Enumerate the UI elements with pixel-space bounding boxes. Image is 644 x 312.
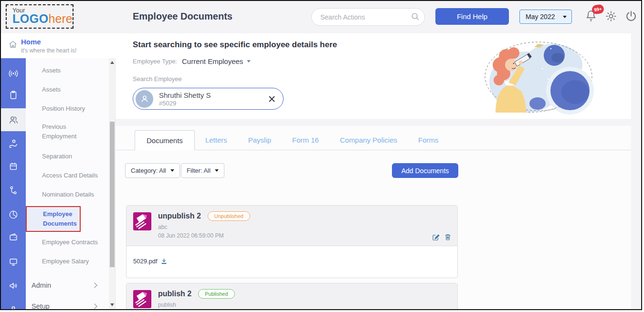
stargazer-illustration <box>481 35 602 117</box>
home-icon <box>8 39 18 50</box>
rail-wallet-icon[interactable] <box>1 226 26 249</box>
search-employee-label: Search Employee <box>133 75 182 83</box>
page-title: Employee Documents <box>133 11 232 22</box>
employee-search-panel: Start searching to see specific employee… <box>116 33 631 119</box>
employee-type-value: Current Employees <box>182 57 243 65</box>
remove-employee-close-icon[interactable] <box>268 95 275 103</box>
attached-file-link[interactable]: 5029.pdf <box>133 258 168 265</box>
chevron-down-icon <box>215 169 219 172</box>
add-documents-button[interactable]: Add Documents <box>392 163 458 178</box>
app-window: Your LOGOhere Employee Documents Find He… <box>0 0 642 310</box>
sidebar-scrollbar[interactable] <box>109 58 115 309</box>
scroll-up-arrow-icon[interactable] <box>110 61 114 64</box>
rail-calendar-icon[interactable] <box>1 155 26 178</box>
icon-rail <box>1 58 26 309</box>
filter-value: Filter: All <box>187 167 211 174</box>
document-description: publish <box>158 302 451 308</box>
rail-person-icon[interactable] <box>1 298 26 310</box>
chevron-right-icon <box>92 303 97 309</box>
employee-type-dropdown[interactable]: Current Employees <box>182 57 251 65</box>
home-subtitle: it's where the heart is! <box>21 47 76 54</box>
chevron-down-icon <box>563 16 567 18</box>
scrollbar-thumb[interactable] <box>110 122 115 267</box>
sidebar-group-admin[interactable]: Admin <box>26 281 110 289</box>
document-card-header: unpublish 2 Unpublished abc 08 Jun 2022 … <box>127 206 457 246</box>
sidebar-item-employee-contracts[interactable]: Employee Contracts <box>26 238 108 247</box>
category-filter-dropdown[interactable]: Category: All <box>125 163 180 178</box>
tab-form-16[interactable]: Form 16 <box>282 130 329 150</box>
document-title: unpublish 2 <box>158 212 201 220</box>
document-thumbnail-icon <box>133 212 151 230</box>
document-description: abc <box>158 224 451 230</box>
delete-document-icon[interactable] <box>444 233 452 241</box>
sidebar-item-employee-documents[interactable]: Employee Documents <box>26 206 81 232</box>
employee-id: #5029 <box>159 100 211 107</box>
admin-label: Admin <box>32 281 51 289</box>
document-card-header: publish 2 Published publish 08 Jun 2022 … <box>127 283 457 310</box>
scroll-down-arrow-icon[interactable] <box>110 303 114 306</box>
rail-clipboard-icon[interactable] <box>1 83 26 106</box>
tab-letters[interactable]: Letters <box>195 130 238 150</box>
sidebar-item-separation[interactable]: Separation <box>26 152 108 161</box>
document-title: publish 2 <box>158 290 191 298</box>
status-badge: Unpublished <box>208 211 250 221</box>
settings-gear-button[interactable] <box>604 10 618 23</box>
selected-employee-chip[interactable]: Shruthi Shetty S #5029 <box>133 88 284 110</box>
setup-label: Setup <box>32 302 50 310</box>
sidebar-item-assets-2[interactable]: Assets <box>26 85 108 94</box>
company-logo[interactable]: Your LOGOhere <box>6 4 74 29</box>
category-filter-value: Category: All <box>131 167 166 174</box>
filter-dropdown[interactable]: Filter: All <box>181 163 224 178</box>
rail-payroll-hand-icon[interactable] <box>1 132 26 155</box>
edit-document-icon[interactable] <box>432 233 440 241</box>
logo-word-blue: LOGO <box>12 12 49 25</box>
document-card-publish-2: publish 2 Published publish 08 Jun 2022 … <box>126 283 458 310</box>
sidebar-item-assets-1[interactable]: Assets <box>26 66 108 75</box>
logo-text-row: LOGOhere <box>12 13 73 26</box>
download-icon[interactable] <box>160 258 168 265</box>
document-timestamp: 08 Jun 2022 06:59:00 PM <box>158 232 451 239</box>
rail-monitor-icon[interactable] <box>1 250 26 273</box>
sidebar-item-home[interactable]: Home it's where the heart is! <box>1 33 116 58</box>
logout-power-button[interactable] <box>624 10 638 23</box>
tab-forms[interactable]: Forms <box>408 130 449 150</box>
sidebar-item-employee-salary[interactable]: Employee Salary <box>26 257 108 266</box>
sidebar-item-previous-employment[interactable]: Previous Employment <box>26 122 78 141</box>
sidebar-item-nomination-details[interactable]: Nomination Details <box>26 190 108 199</box>
period-value: May 2022 <box>526 13 555 21</box>
chevron-right-icon <box>92 282 97 288</box>
document-list: unpublish 2 Unpublished abc 08 Jun 2022 … <box>126 205 458 310</box>
tab-payslip[interactable]: Payslip <box>238 130 282 150</box>
file-name: 5029.pdf <box>133 258 158 265</box>
document-card-body: 5029.pdf <box>127 246 457 278</box>
status-badge: Published <box>198 289 234 299</box>
sidebar-item-position-history[interactable]: Position History <box>26 104 108 114</box>
logo-word-orange: here <box>49 12 73 25</box>
search-actions-input[interactable] <box>311 8 425 26</box>
employee-type-label: Employee Type: <box>133 58 177 65</box>
sidebar-item-access-card-details[interactable]: Access Card Details <box>26 171 108 180</box>
tab-documents[interactable]: Documents <box>135 130 195 150</box>
home-label: Home <box>21 38 41 46</box>
find-help-button[interactable]: Find Help <box>435 8 509 25</box>
rail-workflow-icon[interactable] <box>1 179 26 202</box>
document-thumbnail-icon <box>133 290 151 308</box>
chevron-down-icon <box>247 60 251 62</box>
notification-count-badge: 99+ <box>591 4 604 14</box>
rail-pie-chart-icon[interactable] <box>1 203 26 226</box>
search-panel-heading: Start searching to see specific employee… <box>133 40 337 50</box>
chevron-down-icon <box>170 169 174 172</box>
employee-avatar <box>136 90 153 108</box>
sidebar-group-setup[interactable]: Setup <box>26 302 110 310</box>
rail-people-icon[interactable] <box>1 108 26 131</box>
tab-company-policies[interactable]: Company Policies <box>329 130 408 150</box>
employee-name: Shruthi Shetty S <box>159 91 211 99</box>
top-header: Your LOGOhere Employee Documents Find He… <box>1 1 641 33</box>
period-dropdown[interactable]: May 2022 <box>519 10 572 24</box>
documents-section: Documents Letters Payslip Form 16 Compan… <box>116 126 631 309</box>
tab-bar: Documents Letters Payslip Form 16 Compan… <box>116 130 631 150</box>
rail-broadcast-icon[interactable] <box>1 62 26 85</box>
rail-announcement-icon[interactable] <box>1 274 26 297</box>
sidebar-menu: Assets Assets Position History Previous … <box>26 58 116 309</box>
document-card-unpublish-2: unpublish 2 Unpublished abc 08 Jun 2022 … <box>126 205 458 278</box>
